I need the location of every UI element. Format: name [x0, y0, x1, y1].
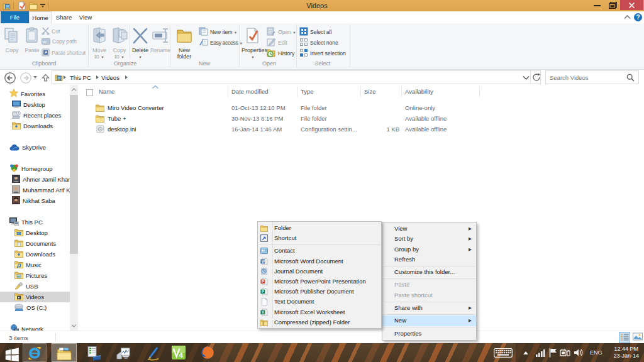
svg-text:X: X: [262, 310, 264, 314]
svg-text:4: 4: [179, 351, 183, 359]
svg-text:W: W: [262, 260, 265, 263]
svg-text:P: P: [262, 290, 264, 293]
svg-text:W..: W..: [43, 40, 48, 44]
svg-text:P: P: [262, 280, 264, 283]
